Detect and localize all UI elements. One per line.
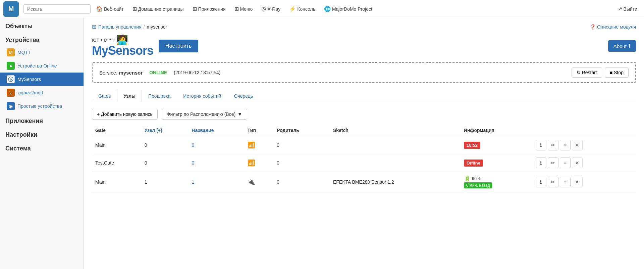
breadcrumb-icon: ⊞ <box>92 24 96 30</box>
battery-percent: 96% <box>472 176 481 181</box>
edit-button[interactable]: ✏ <box>548 158 558 168</box>
row-actions: ℹ ✏ ≡ ✕ <box>536 140 633 150</box>
nav-xray[interactable]: ◎ X-Ray <box>258 4 284 14</box>
nav-apps[interactable]: ⊞ Приложения <box>189 4 229 14</box>
logo-icon[interactable]: M <box>3 1 19 17</box>
home-icon: 🏠 <box>96 6 103 12</box>
about-button[interactable]: About ℹ <box>608 40 636 52</box>
stop-button[interactable]: ■ Stop <box>605 68 629 78</box>
breadcrumb-separator: / <box>144 24 145 30</box>
lightning-icon: ⚡ <box>289 6 296 12</box>
list-button[interactable]: ≡ <box>560 158 571 168</box>
cell-parent: 0 <box>273 136 330 154</box>
breadcrumb-home[interactable]: Панель управления <box>98 24 142 30</box>
tab-nodes[interactable]: Узлы <box>117 90 142 102</box>
wifi-icon: 📶 <box>248 160 255 166</box>
cell-actions: ℹ ✏ ≡ ✕ <box>532 172 636 192</box>
cell-parent: 0 <box>273 172 330 192</box>
nav-website[interactable]: 🏠 Веб-сайт <box>93 4 127 14</box>
sidebar-item-mqtt[interactable]: M MQTT <box>0 46 84 59</box>
service-datetime: (2019-06-12 18:57:54) <box>174 70 220 75</box>
logo-top-line: IOT + DIY = 🧑‍💻 <box>92 35 153 45</box>
nav-home-pages[interactable]: ⊞ Домашние страницы <box>129 4 187 14</box>
filter-dropdown[interactable]: Фильтр по Расположению (Все) ▼ <box>162 109 247 120</box>
col-sketch: Sketch <box>330 125 461 136</box>
module-desc-link[interactable]: ❓ Описание модуля <box>590 24 636 30</box>
list-button[interactable]: ≡ <box>560 140 571 150</box>
list-button[interactable]: ≡ <box>560 177 571 187</box>
tab-gates[interactable]: Gates <box>92 90 117 102</box>
module-desc-label: Описание модуля <box>597 24 636 30</box>
delete-button[interactable]: ✕ <box>572 158 583 168</box>
breadcrumb: ⊞ Панель управления / mysensor ❓ Описани… <box>92 24 636 30</box>
table-toolbar: + Добавить новую запись Фильтр по Распол… <box>92 109 636 120</box>
grid-icon-3: ⊞ <box>234 6 239 12</box>
zigbee-icon: z <box>7 89 15 97</box>
service-label: Service: mysensor <box>99 70 143 76</box>
filter-label: Фильтр по Расположению (Все) <box>167 111 235 117</box>
node-link[interactable]: 1 <box>192 179 195 185</box>
nav-menu[interactable]: ⊞ Меню <box>231 4 256 14</box>
table-row: Main00📶016:52 ℹ ✏ ≡ ✕ <box>92 136 636 154</box>
sidebar-item-devices-online[interactable]: ● Устройства Online <box>0 59 84 73</box>
info-button[interactable]: ℹ <box>536 177 546 187</box>
mysensors-icon: ⚙ <box>7 75 15 83</box>
node-link[interactable]: 0 <box>192 142 195 148</box>
stop-icon: ■ <box>610 70 612 75</box>
node-link[interactable]: 0 <box>192 160 195 166</box>
sidebar-section-devices[interactable]: Устройства <box>0 32 84 46</box>
edit-button[interactable]: ✏ <box>548 140 558 150</box>
edit-button[interactable]: ✏ <box>548 177 558 187</box>
sidebar-item-simple-devices[interactable]: ◉ Простые устройства <box>0 99 84 113</box>
sidebar-item-label-zigbee: zigbee2mqtt <box>17 90 43 95</box>
info-button[interactable]: ℹ <box>536 158 546 168</box>
about-label: About <box>613 43 627 49</box>
cell-name: 0 <box>189 154 244 172</box>
cell-info: Offline <box>461 154 532 172</box>
sidebar-section-settings[interactable]: Настройки <box>0 127 84 140</box>
col-node[interactable]: Узел (+) <box>141 125 189 136</box>
table-header: Gate Узел (+) Название Тип Родитель Sket… <box>92 125 636 136</box>
tab-queue[interactable]: Очередь <box>228 90 260 102</box>
info-icon: ℹ <box>629 43 631 49</box>
layout: Объекты Устройства M MQTT ● Устройства O… <box>0 18 644 269</box>
nav-logout[interactable]: ↗ Выйти <box>614 4 641 14</box>
search-input[interactable] <box>23 4 91 14</box>
mysensors-logo: IOT + DIY = 🧑‍💻 MySensors <box>92 35 153 57</box>
info-button[interactable]: ℹ <box>536 140 546 150</box>
logo-text: IOT + DIY = <box>92 38 115 42</box>
cell-type: 📶 <box>244 136 273 154</box>
cell-sketch: EFEKTA BME280 Sensor 1.2 <box>330 172 461 192</box>
sidebar-item-label-simple: Простые устройства <box>17 103 62 109</box>
nav-console[interactable]: ⚡ Консоль <box>286 4 319 14</box>
delete-button[interactable]: ✕ <box>572 140 583 150</box>
battery-icon: 🔋 <box>464 175 471 182</box>
data-table: Gate Узел (+) Название Тип Родитель Sket… <box>92 125 636 192</box>
time-ago-badge: 6 мин. назад <box>464 182 492 188</box>
sidebar-section-apps[interactable]: Приложения <box>0 113 84 127</box>
brand-name: MySensors <box>92 45 153 57</box>
col-type: Тип <box>244 125 273 136</box>
configure-button[interactable]: Настроить <box>159 40 198 52</box>
tab-firmware[interactable]: Прошивка <box>142 90 177 102</box>
cell-name: 0 <box>189 136 244 154</box>
restart-button[interactable]: ↻ Restart <box>572 68 602 78</box>
sidebar-section-objects[interactable]: Объекты <box>0 18 84 32</box>
nav-project[interactable]: 🌐 MajorDoMo Project <box>321 4 376 14</box>
usb-icon: 🔌 <box>248 179 255 185</box>
cell-node: 0 <box>141 136 189 154</box>
table-row: Main11🔌0EFEKTA BME280 Sensor 1.2 🔋96% 6 … <box>92 172 636 192</box>
col-info: Информация <box>461 125 532 136</box>
col-name[interactable]: Название <box>189 125 244 136</box>
add-record-button[interactable]: + Добавить новую запись <box>92 109 158 120</box>
tab-history[interactable]: История событий <box>177 90 227 102</box>
online-icon: ● <box>7 62 15 70</box>
delete-button[interactable]: ✕ <box>572 177 583 187</box>
mqtt-icon: M <box>7 48 15 56</box>
sidebar-section-system[interactable]: Система <box>0 140 84 154</box>
sidebar-item-mysensors[interactable]: ⚙ MySensors <box>0 73 84 86</box>
row-actions: ℹ ✏ ≡ ✕ <box>536 158 633 168</box>
sidebar-item-zigbee2mqtt[interactable]: z zigbee2mqtt <box>0 86 84 99</box>
tabs: Gates Узлы Прошивка История событий Очер… <box>92 90 636 102</box>
cell-info: 🔋96% 6 мин. назад <box>461 172 532 192</box>
